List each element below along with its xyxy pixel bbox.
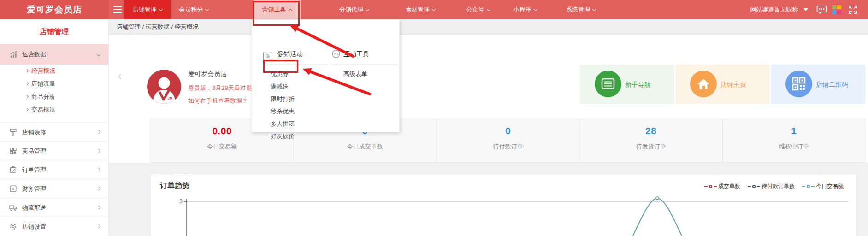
side-item-label: 财务管理	[22, 185, 46, 192]
sidebar-item-logistics[interactable]: 物流配送	[0, 198, 108, 217]
top-navbar: 爱可罗会员店 店铺管理 会员积分 营销工具 分销代理 素材管理 公众号 小程序 …	[0, 0, 868, 19]
quicklink-label: 店铺主页	[720, 81, 746, 89]
menu-item-coupon[interactable]: 优惠券	[271, 68, 326, 80]
legend-line	[811, 186, 815, 187]
sidebar-item-product-management[interactable]: 商品管理	[0, 141, 108, 160]
chevron-down-icon	[432, 7, 436, 11]
chevron-right-icon	[25, 82, 29, 85]
chevron-right-icon	[25, 108, 29, 111]
fullscreen-icon[interactable]	[848, 5, 859, 16]
legend-line	[802, 186, 805, 187]
stat-label: 待发货订单	[580, 142, 722, 151]
nav-label: 会员积分	[179, 6, 203, 13]
sidebar-subitem-shop-traffic[interactable]: 店铺流量	[0, 77, 108, 90]
menu-item-flash-sale[interactable]: 秒杀优惠	[271, 105, 326, 118]
nav-item-shop-management[interactable]: 店铺管理	[124, 0, 171, 19]
message-icon[interactable]	[816, 5, 827, 16]
interactive-section-header: 互动工具	[331, 48, 369, 59]
menu-item-group-buying[interactable]: 多人拼团	[271, 118, 326, 130]
menu-item-friend-bargain[interactable]: 好友砍价	[271, 130, 326, 142]
sidebar-subitem-product-analysis[interactable]: 商品分析	[0, 90, 108, 103]
sidebar-subitem-transaction-overview[interactable]: 交易概况	[0, 103, 108, 116]
nav-item-distribution-agent[interactable]: 分销代理	[330, 0, 378, 19]
legend-label: 今日交易额	[816, 183, 844, 190]
home-icon	[690, 71, 717, 97]
stat-pending-shipment-orders: 28 待发货订单	[580, 119, 723, 162]
nav-item-member-points[interactable]: 会员积分	[171, 0, 217, 19]
promo-badge-icon: 促	[263, 52, 272, 60]
chevron-down-icon	[97, 53, 100, 56]
app-grid-icon[interactable]	[832, 5, 843, 16]
sidebar-item-shop-decoration[interactable]: 店铺装修	[0, 122, 108, 141]
nav-item-marketing-tools[interactable]: 营销工具	[253, 0, 301, 19]
nav-label: 公众号	[466, 6, 484, 13]
legend-item-pending-payment-orders[interactable]: 待付款订单数	[748, 183, 795, 190]
legend-marker	[752, 185, 756, 188]
stat-value: 0	[437, 125, 579, 136]
subitem-label: 交易概况	[31, 106, 55, 113]
nav-item-system-management[interactable]: 系统管理	[557, 0, 605, 19]
menu-item-full-reduction[interactable]: 满减送	[271, 80, 326, 93]
chevron-down-icon	[486, 7, 490, 11]
chevron-right-icon	[97, 206, 100, 209]
menu-item-advanced-form[interactable]: 高级表单	[343, 68, 399, 80]
list-icon	[595, 71, 621, 97]
gear-icon	[9, 223, 17, 230]
chevron-down-icon	[159, 7, 163, 11]
clipboard-icon	[9, 166, 17, 174]
chevron-down-icon	[366, 7, 369, 11]
chevron-down-icon	[533, 7, 537, 11]
sidebar-item-operation-data[interactable]: 运营数据	[0, 44, 108, 65]
quicklink-label: 店铺二维码	[816, 81, 848, 89]
sidebar-collapse-handle[interactable]	[116, 67, 125, 86]
nav-label: 素材管理	[406, 6, 430, 13]
section-header-label: 促销活动	[277, 50, 303, 58]
chart-legend: 成交单数 待付款订单数 今日交易额	[704, 183, 844, 190]
sidebar-item-finance-management[interactable]: ¥ 财务管理	[0, 179, 108, 198]
nav-item-mini-program[interactable]: 小程序	[504, 0, 546, 19]
nav-item-official-account[interactable]: 公众号	[457, 0, 499, 19]
chevron-right-icon	[25, 69, 29, 72]
sidebar-title: 店铺管理	[0, 19, 108, 44]
chart-icon	[10, 51, 18, 59]
nav-item-material-management[interactable]: 素材管理	[396, 0, 444, 19]
legend-item-today-transaction-amount[interactable]: 今日交易额	[802, 183, 844, 190]
caret-down-icon	[803, 8, 808, 11]
nav-label: 营销工具	[262, 6, 286, 13]
chevron-right-icon	[97, 168, 100, 171]
svg-text:¥: ¥	[12, 186, 15, 191]
mobile-data-link[interactable]: 如何在手机查看数据？	[188, 97, 248, 105]
legend-marker	[807, 185, 810, 188]
stat-label: 维权中订单	[723, 142, 865, 151]
legend-line	[704, 186, 708, 187]
stat-label: 今日成交单数	[294, 142, 436, 151]
side-item-label: 店铺设置	[22, 223, 46, 230]
breadcrumb[interactable]: 店铺管理 / 运营数据 / 经营概况	[109, 19, 868, 35]
brush-icon	[9, 128, 17, 136]
sidebar-item-order-management[interactable]: 订单管理	[0, 160, 108, 179]
chevron-right-icon	[25, 95, 29, 98]
stat-value: 1	[723, 125, 865, 136]
legend-item-completed-orders[interactable]: 成交单数	[704, 183, 740, 190]
nav-label: 分销代理	[339, 6, 363, 13]
stat-value: 28	[580, 125, 722, 136]
legend-marker	[709, 185, 712, 188]
sidebar-subitem-business-overview[interactable]: 经营概况	[0, 65, 108, 77]
gridline	[187, 201, 849, 202]
side-item-label: 物流配送	[22, 204, 46, 211]
legend-line	[757, 186, 760, 187]
user-nickname: 网站渠道暂无昵称	[750, 6, 798, 13]
nav-label: 店铺管理	[133, 6, 157, 13]
divider	[331, 64, 397, 65]
y-axis-tick-label: 3	[174, 198, 183, 205]
menu-item-limited-time-discount[interactable]: 限时打折	[271, 93, 326, 105]
order-trend-card: 订单趋势 成交单数 待付款订单数 今日交易额	[150, 174, 857, 236]
shop-logo: 爱可罗会员店	[0, 0, 109, 19]
quicklink-newbie-guide[interactable]: 新手导航	[580, 65, 674, 104]
quicklink-shop-qrcode[interactable]: 店铺二维码	[771, 65, 865, 104]
stat-label: 今日交易额	[151, 142, 293, 151]
quicklink-shop-homepage[interactable]: 店铺主页	[675, 65, 770, 104]
user-account-menu[interactable]: 网站渠道暂无昵称	[750, 0, 808, 19]
sidebar-item-shop-settings[interactable]: 店铺设置	[0, 217, 108, 236]
plan-expiry-notice: 尊贵版，3月29天后过期	[188, 84, 252, 92]
